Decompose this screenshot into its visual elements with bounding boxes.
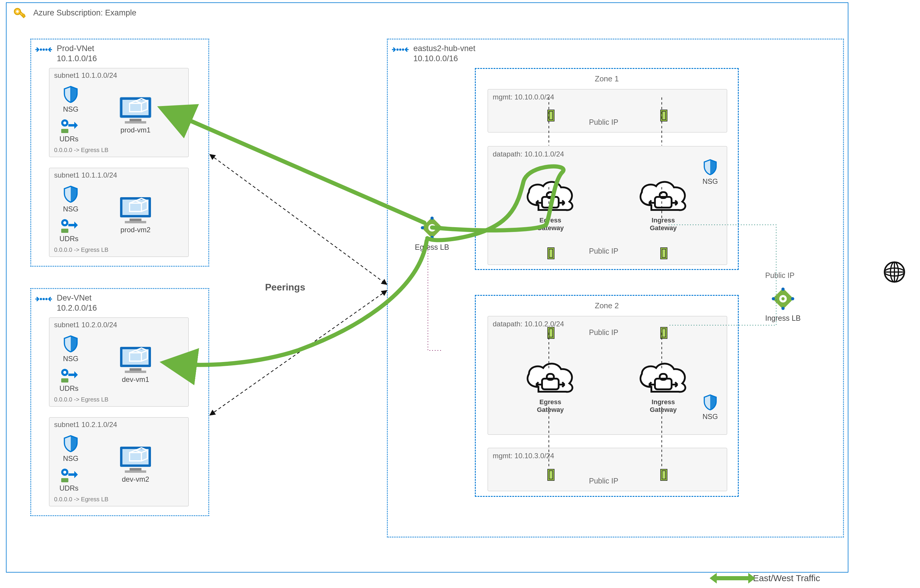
- ingress-gateway-label: Ingress Gateway: [625, 216, 702, 232]
- svg-point-43: [399, 48, 401, 50]
- load-balancer-icon: [419, 215, 445, 241]
- udr-block: UDRs: [60, 218, 78, 243]
- vm-icon: [118, 444, 153, 474]
- vm-label: dev-vm2: [122, 475, 149, 483]
- nsg-label: NSG: [63, 205, 78, 213]
- cloud-gateway-icon: [521, 179, 580, 215]
- svg-rect-31: [130, 368, 141, 371]
- svg-point-24: [42, 298, 45, 300]
- dev-vnet-label: Dev-VNet 10.2.0.0/16: [57, 293, 97, 313]
- svg-point-8: [63, 121, 66, 124]
- vm-icon: [118, 95, 153, 125]
- vm-block: dev-vm1: [118, 344, 153, 384]
- nsg-label: NSG: [63, 105, 78, 113]
- svg-point-44: [402, 48, 404, 50]
- svg-rect-39: [130, 468, 141, 470]
- subscription-title: Azure Subscription: Example: [33, 8, 136, 18]
- shield-icon: [61, 334, 80, 354]
- zone1-box: Zone 1 mgmt: 10.10.0.0/24 Public IP data…: [475, 68, 739, 270]
- svg-point-27: [63, 371, 66, 374]
- pubip-label: Public IP: [589, 118, 619, 126]
- nsg-block: NSG: [61, 85, 80, 113]
- nic-icon: [660, 247, 667, 259]
- prod-vnet-name: Prod-VNet: [57, 44, 94, 53]
- dev-subnet2: subnet1 10.2.1.0/24 NSG UDRs 0.0.0.0 -> …: [49, 417, 189, 506]
- svg-rect-21: [125, 221, 146, 223]
- udr-note: 0.0.0.0 -> Egress LB: [54, 147, 109, 153]
- shield-icon: [701, 394, 719, 411]
- zone1-title: Zone 1: [476, 74, 738, 84]
- nic-icon: [547, 327, 554, 339]
- hub-vnet-cidr: 10.10.0.0/16: [413, 54, 458, 63]
- zone1-mgmt-subnet: mgmt: 10.10.0.0/24 Public IP: [488, 89, 727, 132]
- ingress-lb: Ingress LB: [765, 285, 801, 323]
- nsg-label: NSG: [703, 412, 718, 420]
- zone2-datapath-subnet: datapath: 10.10.2.0/24 Public IP NSG Egr…: [488, 316, 727, 435]
- udr-label: UDRs: [60, 234, 78, 242]
- nsg-label: NSG: [703, 177, 718, 185]
- svg-point-65: [421, 226, 424, 229]
- vm-block: prod-vm2: [118, 195, 153, 234]
- zone2-mgmt-label: mgmt: 10.10.3.0/24: [493, 452, 554, 460]
- key-icon: [13, 6, 28, 21]
- svg-rect-32: [125, 371, 146, 373]
- svg-point-5: [42, 48, 45, 50]
- udr-block: UDRs: [60, 118, 78, 143]
- nsg-block: NSG: [701, 158, 719, 186]
- pubip-label: Public IP: [589, 477, 619, 485]
- zone2-mgmt-subnet: mgmt: 10.10.3.0/24 Public IP: [488, 448, 727, 491]
- nsg-block: NSG: [61, 185, 80, 213]
- svg-rect-36: [61, 478, 68, 482]
- prod-subnet2-label: subnet1 10.1.1.0/24: [54, 171, 117, 179]
- svg-point-64: [430, 236, 434, 239]
- nic-icon: [660, 327, 667, 339]
- svg-point-57: [781, 307, 784, 310]
- legend-ew-label: East/West Traffic: [753, 573, 820, 583]
- svg-rect-40: [125, 470, 146, 473]
- svg-point-56: [781, 288, 784, 291]
- diagram-canvas: Azure Subscription: Example Prod-VNet 10…: [0, 0, 920, 588]
- udr-label: UDRs: [60, 384, 78, 392]
- vm-label: prod-vm1: [120, 126, 151, 134]
- hub-vnet-box: eastus2-hub-vnet 10.10.0.0/16 Zone 1 mgm…: [387, 39, 844, 538]
- udr-block: UDRs: [60, 368, 78, 393]
- legend-arrow-icon: [716, 576, 749, 580]
- ingress-lb-label: Ingress LB: [765, 314, 801, 323]
- vm-block: prod-vm1: [118, 95, 153, 134]
- egress-gateway: Egress Gateway: [512, 179, 589, 232]
- peerings-label: Peerings: [265, 282, 305, 293]
- svg-point-23: [40, 298, 42, 300]
- svg-point-35: [63, 471, 66, 474]
- udr-icon: [60, 368, 78, 383]
- svg-rect-12: [130, 119, 141, 121]
- svg-point-59: [791, 297, 794, 300]
- svg-rect-13: [125, 121, 146, 124]
- svg-point-25: [45, 298, 47, 300]
- zone1-data-label: datapath: 10.10.1.0/24: [493, 150, 564, 158]
- udr-note: 0.0.0.0 -> Egress LB: [54, 496, 109, 503]
- azure-subscription-box: Azure Subscription: Example Prod-VNet 10…: [6, 2, 849, 573]
- zone2-title: Zone 2: [476, 301, 738, 310]
- zone2-box: Zone 2 datapath: 10.10.2.0/24 Public IP …: [475, 295, 739, 497]
- svg-point-62: [430, 226, 434, 229]
- pubip-label: Public IP: [589, 247, 619, 255]
- svg-line-68: [210, 291, 387, 415]
- shield-icon: [61, 434, 80, 453]
- dev-subnet2-label: subnet1 10.2.1.0/24: [54, 420, 117, 429]
- egress-gateway-label: Egress Gateway: [512, 216, 589, 232]
- cloud-gateway-icon: [633, 179, 693, 215]
- nsg-label: NSG: [63, 454, 78, 462]
- dev-vnet-cidr: 10.2.0.0/16: [57, 304, 97, 312]
- nsg-block: NSG: [701, 394, 719, 421]
- shield-icon: [701, 158, 719, 176]
- zone1-datapath-subnet: datapath: 10.10.1.0/24 Public IP NSG Egr…: [488, 146, 727, 265]
- egress-gateway: Egress Gateway: [512, 361, 589, 414]
- svg-rect-17: [61, 229, 68, 233]
- vm-icon: [118, 344, 153, 374]
- vm-block: dev-vm2: [118, 444, 153, 483]
- svg-point-63: [430, 216, 434, 220]
- svg-point-6: [45, 48, 47, 50]
- zone1-mgmt-label: mgmt: 10.10.0.0/24: [493, 93, 554, 101]
- prod-vnet-cidr: 10.1.0.0/16: [57, 54, 97, 63]
- vnet-icon: [392, 44, 408, 55]
